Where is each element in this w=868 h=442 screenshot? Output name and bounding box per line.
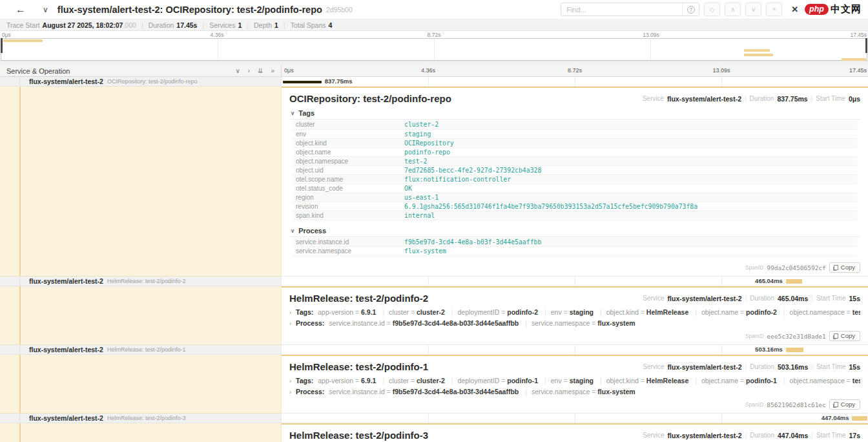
pair-key: object.kind (606, 377, 639, 384)
tag-row[interactable]: object.namespace test-2 (292, 156, 857, 165)
tag-value: test-2 (400, 156, 857, 165)
pair-key: cluster (389, 308, 409, 316)
tag-row[interactable]: object.kind OCIRepository (292, 138, 857, 147)
minimap-span-bar (744, 54, 774, 56)
span-detail-title[interactable]: OCIRepository: test-2/podinfo-repo (289, 93, 451, 104)
copy-icon (834, 265, 838, 270)
span-timeline-cell[interactable]: 465.04ms (282, 277, 868, 286)
tag-key: object.kind (292, 138, 400, 147)
tag-value: f9b5e97d-3cd4-4e8a-b03f-3d44e5aaffbb (400, 238, 857, 247)
find-next-button[interactable]: ∨ (745, 3, 761, 16)
span-detail-block: HelmRelease: test-2/podinfo-1 Serviceflu… (0, 355, 868, 414)
tag-row[interactable]: otel.scope.name flux:notification-contro… (292, 174, 857, 184)
trace-start-label: Trace Start (6, 21, 40, 29)
span-detail-left-fill (0, 423, 282, 442)
minimap-right-drag-handle[interactable] (865, 38, 867, 53)
span-timeline-cell[interactable]: 837.75ms (282, 77, 868, 87)
process-summary[interactable]: › Process: service.instance.id f9b5e97d-… (289, 318, 860, 329)
copy-button[interactable]: Copy (829, 399, 860, 410)
tags-accordion[interactable]: ∨ Tags (289, 107, 860, 120)
find-help-button[interactable]: ? (682, 3, 699, 16)
tag-row[interactable]: region us-east-1 (292, 193, 857, 202)
span-detail-title[interactable]: HelmRelease: test-2/podinfo-3 (289, 430, 428, 441)
span-detail-title[interactable]: HelmRelease: test-2/podinfo-2 (289, 293, 428, 304)
span-bar[interactable] (283, 81, 322, 83)
tag-value: flux:notification-controller (400, 174, 857, 184)
top-bar: ← ∨ flux-system/alert-test-2: OCIReposit… (0, 0, 868, 19)
tick-label: 17.45s (850, 32, 867, 38)
span-row: flux-system/alert-test-2 HelmRelease: te… (0, 414, 868, 423)
minimap-left-drag-handle[interactable] (1, 38, 3, 53)
find-prev-button[interactable]: ∧ (725, 3, 741, 16)
tag-key: object.namespace (292, 156, 400, 165)
tag-row[interactable]: otel.status_code OK (292, 184, 857, 193)
summary-pair: service.namespace flux-system (521, 319, 636, 327)
span-row: flux-system/alert-test-2 HelmRelease: te… (0, 277, 868, 286)
php-logo-text: 中文网 (831, 3, 862, 16)
tags-summary[interactable]: › Tags: app-version 6.9.1 cluster cluste… (289, 375, 860, 386)
copy-button[interactable]: Copy (829, 262, 860, 273)
find-clear-button[interactable]: × (766, 3, 782, 16)
trace-start-ms: .000 (123, 21, 136, 29)
collapse-all-icon[interactable]: ⇊ (258, 67, 263, 74)
tag-row[interactable]: object.uid 7ed72685-becc-4fe2-927d-27392… (292, 165, 857, 174)
tag-value: us-east-1 (400, 193, 857, 202)
span-detail-title[interactable]: HelmRelease: test-2/podinfo-1 (289, 361, 428, 372)
minimap-canvas[interactable] (1, 38, 867, 61)
tag-row[interactable]: span.kind internal (292, 211, 857, 220)
span-bar[interactable] (852, 416, 867, 421)
span-timeline-cell[interactable]: 503.16ms (282, 345, 868, 355)
span-operation: HelmRelease: test-2/podinfo-1 (107, 346, 186, 353)
pair-key: service.instance.id (329, 388, 384, 395)
minimap-span-bar (744, 49, 770, 52)
minimap-span-bar (3, 39, 43, 42)
copy-button[interactable]: Copy (829, 331, 860, 341)
span-bar[interactable] (786, 348, 803, 352)
timeline-minimap: 0μs 4.36s 8.72s 13.09s 17.45s (0, 31, 868, 65)
tag-row[interactable]: revision 6.9.1@sha256:565d310746f1fa4be7… (292, 202, 857, 211)
minimap-gridline (434, 39, 435, 60)
span-service: flux-system/alert-test-2 (29, 78, 103, 85)
pair-value: test-2 (847, 377, 860, 384)
find-input[interactable] (561, 6, 682, 14)
chevron-down-icon[interactable]: ∨ (43, 5, 48, 14)
tick-label: 8.72s (428, 32, 441, 38)
span-timeline-cell[interactable]: 447.04ms (282, 414, 868, 423)
close-icon[interactable]: ✕ (791, 5, 798, 14)
pair-key: object.namespace (790, 308, 845, 316)
span-duration-label: 503.16ms (755, 346, 783, 353)
pair-key: env (551, 308, 562, 316)
chevron-right-icon: › (289, 310, 291, 316)
tag-row[interactable]: cluster cluster-2 (292, 120, 857, 129)
process-summary[interactable]: › Process: service.instance.id f9b5e97d-… (289, 386, 860, 397)
find-filter-button[interactable]: ◇ (704, 3, 720, 16)
expand-all-icon[interactable]: » (271, 67, 274, 74)
span-detail-block: HelmRelease: test-2/podinfo-2 Serviceflu… (0, 286, 868, 345)
meta-start-value: 0μs (849, 95, 860, 103)
span-bar[interactable] (786, 279, 802, 284)
summary-pair: service.namespace flux-system (521, 388, 636, 395)
chevron-up-icon: ∧ (730, 6, 735, 13)
span-name-cell[interactable]: flux-system/alert-test-2 HelmRelease: te… (0, 277, 282, 286)
tag-row[interactable]: service.instance.id f9b5e97d-3cd4-4e8a-b… (292, 238, 857, 247)
span-name-cell[interactable]: flux-system/alert-test-2 OCIRepository: … (0, 77, 282, 87)
tags-summary[interactable]: › Tags: app-version 6.9.1 cluster cluste… (289, 307, 860, 318)
span-detail-left-fill (0, 355, 282, 414)
span-row: flux-system/alert-test-2 OCIRepository: … (0, 77, 868, 87)
tags-table: cluster cluster-2 env staging object.kin… (292, 120, 857, 220)
tag-row[interactable]: service.namespace flux-system (292, 247, 857, 256)
span-duration-label: 447.04ms (822, 414, 849, 421)
tag-row[interactable]: env staging (292, 129, 857, 138)
pair-value: 6.9.1 (355, 308, 376, 316)
minimap-span-bar (842, 58, 866, 61)
span-id-label: SpanID (745, 401, 763, 408)
span-name-cell[interactable]: flux-system/alert-test-2 HelmRelease: te… (0, 345, 282, 355)
tag-value: podinfo-repo (400, 147, 857, 156)
back-icon[interactable]: ← (16, 4, 26, 16)
tag-row[interactable]: object.name podinfo-repo (292, 147, 857, 156)
span-service: flux-system/alert-test-2 (29, 277, 103, 285)
process-accordion[interactable]: ∨ Process (289, 225, 860, 237)
expand-one-icon[interactable]: › (248, 67, 250, 74)
collapse-one-icon[interactable]: ∨ (235, 67, 240, 74)
span-name-cell[interactable]: flux-system/alert-test-2 HelmRelease: te… (0, 414, 282, 423)
